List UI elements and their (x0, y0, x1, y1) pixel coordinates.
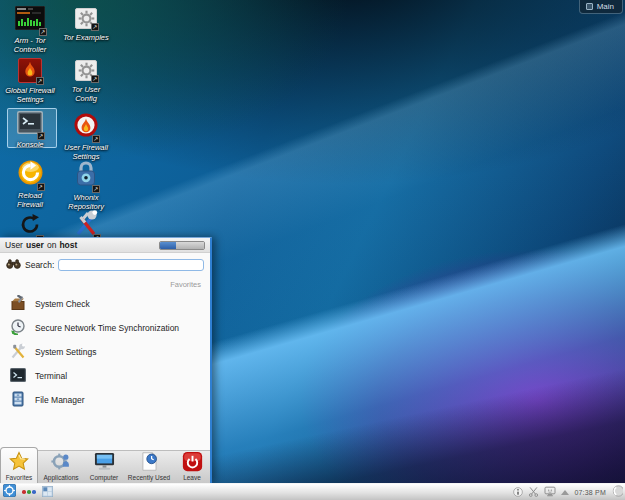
favorites-section-label: Favorites (0, 276, 210, 290)
desktop: Main ↗ Arm - Tor Controller ↗ Tor Exampl… (0, 0, 625, 500)
clock-sync-icon (10, 319, 26, 337)
tab-computer[interactable]: Computer (84, 450, 124, 483)
info-icon[interactable] (513, 483, 523, 500)
desktop-icon-arm-tor-controller[interactable]: ↗ Arm - Tor Controller (0, 6, 62, 54)
icon-label: Arm - Tor Controller (0, 36, 62, 54)
terminal-icon: ↗ (17, 111, 43, 138)
icon-label: Reload Firewall (0, 191, 62, 209)
shortcut-arrow-icon: ↗ (91, 23, 99, 31)
applications-icon (50, 451, 72, 473)
menu-item-label: Terminal (35, 371, 67, 381)
header-hostname: host (59, 240, 77, 250)
system-check-icon (10, 295, 26, 313)
computer-icon (93, 451, 116, 473)
star-icon (8, 451, 30, 473)
menu-item-system-settings[interactable]: System Settings (0, 340, 210, 364)
shortcut-arrow-icon: ↗ (39, 28, 47, 36)
desktop-icon-tor-examples[interactable]: ↗ Tor Examples (54, 8, 118, 42)
panel-cashew-icon[interactable] (611, 483, 623, 500)
tab-leave[interactable]: Leave (174, 450, 210, 483)
desktop-icon-user-firewall-settings[interactable]: ↗ User Firewall Settings (54, 113, 118, 161)
menu-item-label: Secure Network Time Synchronization (35, 323, 179, 333)
tools-icon: ↗ (73, 209, 99, 240)
menu-item-file-manager[interactable]: File Manager (0, 388, 210, 412)
header-word: on (47, 240, 56, 250)
crossed-tools-icon (10, 343, 26, 361)
shortcut-arrow-icon: ↗ (91, 75, 99, 83)
search-input[interactable] (58, 259, 204, 271)
menu-item-label: File Manager (35, 395, 85, 405)
power-icon (182, 451, 203, 473)
shortcut-arrow-icon: ↗ (37, 132, 45, 140)
desktop-icon-whonix-repository[interactable]: ↗ Whonix Repository (54, 160, 118, 211)
gear-document-icon: ↗ (75, 8, 97, 29)
tab-label: Computer (90, 474, 119, 481)
favorites-list: System Check Secure Network Time Synchro… (0, 290, 210, 414)
launcher-button[interactable] (3, 483, 16, 500)
firewall-flame-icon: ↗ (18, 58, 42, 83)
search-row: Search: (0, 253, 210, 276)
shortcut-arrow-icon: ↗ (92, 185, 100, 193)
search-label: Search: (25, 260, 54, 270)
menu-item-label: System Settings (35, 347, 96, 357)
shortcut-arrow-icon: ↗ (37, 183, 45, 191)
terminal-icon (10, 368, 26, 384)
menu-item-terminal[interactable]: Terminal (0, 364, 210, 388)
file-cabinet-icon (10, 391, 26, 409)
user-monitor-icon[interactable] (544, 483, 556, 500)
menu-item-system-check[interactable]: System Check (0, 292, 210, 316)
pager-icon[interactable] (42, 483, 53, 500)
kickoff-header: User user on host (0, 238, 210, 253)
menu-branding-badge (159, 241, 205, 250)
tab-label: Leave (183, 474, 201, 481)
activity-label: Main (597, 2, 614, 11)
activity-tab-main[interactable]: Main (579, 0, 623, 14)
tab-favorites[interactable]: Favorites (0, 447, 38, 483)
shortcut-arrow-icon: ↗ (36, 77, 44, 85)
tab-label: Applications (43, 474, 78, 481)
icon-label: Global Firewall Settings (0, 86, 62, 104)
taskbar-left (0, 483, 53, 500)
quicklaunch-icon[interactable] (22, 490, 36, 494)
desktop-icon-konsole[interactable]: ↗ Konsole (0, 111, 62, 149)
header-word: User (5, 240, 23, 250)
icon-label: Tor User Config (54, 85, 118, 103)
arm-tor-controller-icon: ↗ (15, 6, 45, 34)
kickoff-menu: User user on host Search: Favorites Syst… (0, 237, 212, 483)
shortcut-arrow-icon: ↗ (92, 135, 100, 143)
icon-label: User Firewall Settings (54, 143, 118, 161)
binoculars-icon (6, 256, 21, 274)
recent-document-icon (138, 451, 160, 473)
desktop-icon-global-firewall-settings[interactable]: ↗ Global Firewall Settings (0, 58, 62, 104)
menu-item-label: System Check (35, 299, 90, 309)
header-username: user (26, 240, 44, 250)
system-tray: 07:38 PM (513, 483, 625, 500)
desktop-icon-partial-tools[interactable]: ↗ (54, 209, 118, 240)
activity-icon (586, 3, 593, 10)
icon-label: Konsole (0, 140, 62, 149)
icon-label: Tor Examples (54, 33, 118, 42)
kickoff-tab-bar: Favorites Applications Computer Recently… (0, 450, 210, 483)
taskbar: 07:38 PM (0, 483, 625, 500)
clock[interactable]: 07:38 PM (574, 489, 606, 496)
tab-recently-used[interactable]: Recently Used (124, 450, 174, 483)
firewall-ring-flame-icon: ↗ (74, 113, 98, 141)
reload-circle-icon: ↗ (18, 160, 43, 189)
desktop-icon-tor-user-config[interactable]: ↗ Tor User Config (54, 60, 118, 103)
tab-label: Recently Used (128, 474, 170, 481)
padlock-icon: ↗ (74, 160, 98, 191)
klipper-icon[interactable] (528, 483, 539, 500)
tray-expander-icon[interactable] (561, 490, 569, 495)
tab-label: Favorites (6, 474, 33, 481)
menu-item-time-sync[interactable]: Secure Network Time Synchronization (0, 316, 210, 340)
gear-document-icon: ↗ (75, 60, 97, 81)
desktop-icon-reload-firewall[interactable]: ↗ Reload Firewall (0, 160, 62, 209)
tab-applications[interactable]: Applications (38, 450, 84, 483)
